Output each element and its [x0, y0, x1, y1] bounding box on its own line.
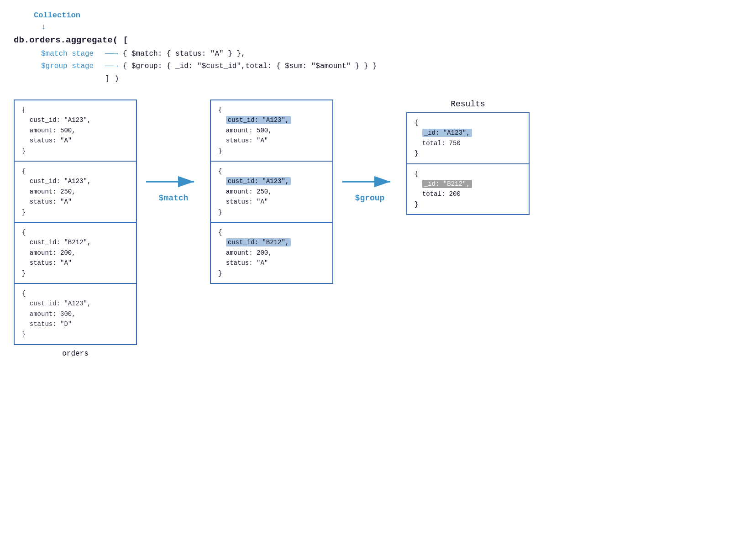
orders-label: orders	[62, 350, 89, 358]
doc-item-1: { cust_id: "A123", amount: 500, status: …	[15, 100, 136, 162]
match-stage-line: $match stage ──→ { $match: { status: "A"…	[41, 48, 742, 60]
match-arrow-label: $match	[159, 194, 189, 203]
group-arrow-container: $group	[333, 173, 406, 203]
filtered-collection-box: { cust_id: "A123", amount: 500, status: …	[210, 100, 333, 284]
group-stage-line: $group stage ──→ { $group: { _id: "$cust…	[41, 60, 742, 73]
filtered-doc-2: { cust_id: "A123", amount: 250, status: …	[211, 162, 332, 223]
orders-collection-box: { cust_id: "A123", amount: 500, status: …	[14, 100, 137, 345]
filtered-section: { cust_id: "A123", amount: 500, status: …	[210, 100, 333, 284]
result-doc-1: { _id: "A123", total: 750 }	[407, 113, 529, 164]
group-stage-label: $group stage	[41, 60, 100, 73]
highlight-cust-a123-1: cust_id: "A123",	[226, 116, 291, 124]
highlight-id-b212: _id: "B212",	[422, 180, 472, 188]
doc-item-4: { cust_id: "A123", amount: 300, status: …	[15, 284, 136, 344]
doc-item-2: { cust_id: "A123", amount: 250, status: …	[15, 162, 136, 223]
match-stage-label: $match stage	[41, 48, 100, 60]
diagram-area: { cust_id: "A123", amount: 500, status: …	[14, 100, 742, 358]
close-code-line: ] )	[105, 73, 742, 86]
results-title: Results	[451, 100, 485, 109]
header-section: Collection ↓ db.orders.aggregate( [ $mat…	[14, 9, 742, 86]
highlight-cust-a123-2: cust_id: "A123",	[226, 177, 291, 185]
filtered-doc-3: { cust_id: "B212", amount: 200, status: …	[211, 223, 332, 283]
main-code-line: db.orders.aggregate( [	[14, 33, 742, 47]
group-arrow-label: $group	[355, 194, 385, 203]
match-stage-arrow-inline: ──→	[105, 48, 118, 60]
result-doc-2: { _id: "B212", total: 200 }	[407, 164, 529, 215]
match-stage-code: { $match: { status: "A" } },	[123, 48, 246, 60]
group-stage-arrow-inline: ──→	[105, 60, 118, 73]
collection-arrow-down: ↓	[41, 22, 742, 32]
orders-section: { cust_id: "A123", amount: 500, status: …	[14, 100, 137, 358]
match-arrow-svg	[146, 173, 201, 191]
filtered-doc-1: { cust_id: "A123", amount: 500, status: …	[211, 100, 332, 162]
group-arrow-svg	[342, 173, 397, 191]
results-box: { _id: "A123", total: 750 } { _id: "B212…	[406, 112, 530, 215]
highlight-cust-b212: cust_id: "B212",	[226, 238, 291, 246]
group-stage-code: { $group: { _id: "$cust_id",total: { $su…	[123, 60, 377, 73]
highlight-id-a123: _id: "A123",	[422, 129, 472, 137]
collection-label: Collection	[34, 11, 80, 20]
doc-item-3: { cust_id: "B212", amount: 200, status: …	[15, 223, 136, 284]
results-section: Results { _id: "A123", total: 750 } { _i…	[406, 100, 530, 215]
match-arrow-container: $match	[137, 173, 210, 203]
